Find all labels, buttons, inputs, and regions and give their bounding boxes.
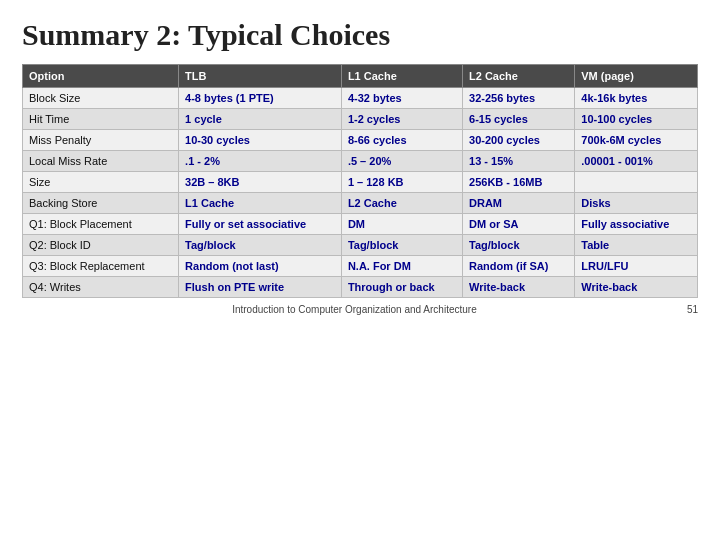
footer: Introduction to Computer Organization an… [22,304,698,315]
table-header-cell: Option [23,65,179,88]
table-cell: .1 - 2% [179,151,342,172]
table-row: Local Miss Rate.1 - 2%.5 – 20%13 - 15%.0… [23,151,698,172]
table-row: Q3: Block ReplacementRandom (not last)N.… [23,256,698,277]
page-title: Summary 2: Typical Choices [22,18,698,52]
table-cell: 1-2 cycles [341,109,462,130]
table-cell: Size [23,172,179,193]
table-cell: 32B – 8KB [179,172,342,193]
table-cell: Hit Time [23,109,179,130]
table-cell: Q3: Block Replacement [23,256,179,277]
table-cell: Write-back [463,277,575,298]
table-cell: L2 Cache [341,193,462,214]
table-cell: Q2: Block ID [23,235,179,256]
table-cell: Block Size [23,88,179,109]
table-cell: 10-30 cycles [179,130,342,151]
footer-center: Introduction to Computer Organization an… [232,304,477,315]
table-cell: 6-15 cycles [463,109,575,130]
table-cell: Fully or set associative [179,214,342,235]
table-header-cell: L1 Cache [341,65,462,88]
table-row: Hit Time1 cycle1-2 cycles6-15 cycles10-1… [23,109,698,130]
table-row: Q4: WritesFlush on PTE writeThrough or b… [23,277,698,298]
summary-table: OptionTLBL1 CacheL2 CacheVM (page) Block… [22,64,698,298]
table-cell: L1 Cache [179,193,342,214]
table-cell: 8-66 cycles [341,130,462,151]
table-row: Backing StoreL1 CacheL2 CacheDRAMDisks [23,193,698,214]
table-cell: 10-100 cycles [575,109,698,130]
table-row: Miss Penalty10-30 cycles8-66 cycles30-20… [23,130,698,151]
table-cell: Backing Store [23,193,179,214]
table-cell: Table [575,235,698,256]
page: Summary 2: Typical Choices OptionTLBL1 C… [0,0,720,540]
table-cell: 4-32 bytes [341,88,462,109]
table-cell: 256KB - 16MB [463,172,575,193]
table-cell: 4-8 bytes (1 PTE) [179,88,342,109]
table-cell: 1 – 128 KB [341,172,462,193]
table-cell: Through or back [341,277,462,298]
table-cell: Miss Penalty [23,130,179,151]
table-cell: 30-200 cycles [463,130,575,151]
table-cell: 1 cycle [179,109,342,130]
table-cell: LRU/LFU [575,256,698,277]
table-cell: Tag/block [179,235,342,256]
table-cell [575,172,698,193]
table-cell: DRAM [463,193,575,214]
table-row: Size32B – 8KB1 – 128 KB256KB - 16MB [23,172,698,193]
table-cell: DM or SA [463,214,575,235]
table-cell: Write-back [575,277,698,298]
table-cell: 700k-6M cycles [575,130,698,151]
table-cell: DM [341,214,462,235]
table-row: Q2: Block IDTag/blockTag/blockTag/blockT… [23,235,698,256]
table-row: Block Size4-8 bytes (1 PTE)4-32 bytes32-… [23,88,698,109]
table-header-row: OptionTLBL1 CacheL2 CacheVM (page) [23,65,698,88]
table-cell: Disks [575,193,698,214]
table-cell: Random (if SA) [463,256,575,277]
table-header-cell: L2 Cache [463,65,575,88]
table-cell: Random (not last) [179,256,342,277]
table-row: Q1: Block PlacementFully or set associat… [23,214,698,235]
table-cell: .00001 - 001% [575,151,698,172]
table-header-cell: VM (page) [575,65,698,88]
table-cell: Tag/block [463,235,575,256]
table-cell: .5 – 20% [341,151,462,172]
table-cell: N.A. For DM [341,256,462,277]
table-cell: Tag/block [341,235,462,256]
table-cell: Q1: Block Placement [23,214,179,235]
table-cell: 32-256 bytes [463,88,575,109]
table-cell: Q4: Writes [23,277,179,298]
table-cell: Fully associative [575,214,698,235]
table-cell: 4k-16k bytes [575,88,698,109]
table-cell: 13 - 15% [463,151,575,172]
table-cell: Local Miss Rate [23,151,179,172]
table-cell: Flush on PTE write [179,277,342,298]
table-header-cell: TLB [179,65,342,88]
footer-page: 51 [687,304,698,315]
